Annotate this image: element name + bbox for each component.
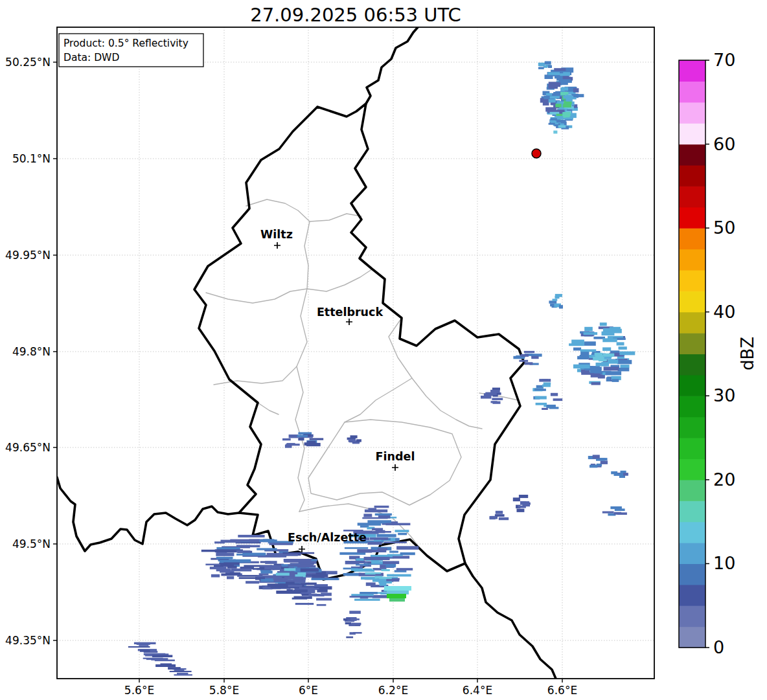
radar-echo-streak <box>288 585 302 587</box>
radar-echo-streak <box>491 401 498 403</box>
radar-echo-streak <box>286 444 299 446</box>
colorbar-segment <box>679 186 705 207</box>
x-tick-label: 6.2°E <box>378 684 408 697</box>
city-marker-icon <box>274 242 280 249</box>
radar-echo-streak <box>294 596 312 599</box>
radar-echo-streak <box>357 549 372 553</box>
colorbar-axis-label: dBZ <box>738 337 757 370</box>
radar-echo-streak <box>310 438 324 440</box>
radar-echo-streak <box>395 530 409 532</box>
y-tick-label: 50.1°N <box>12 152 51 165</box>
radar-echo-streak <box>233 559 251 563</box>
radar-echo-streak <box>490 516 496 519</box>
radar-echo-streak <box>134 642 156 644</box>
radar-echo-streak <box>590 369 601 373</box>
radar-echo-streak <box>375 514 392 516</box>
colorbar-segment <box>679 501 705 522</box>
radar-echo-streak <box>271 555 281 558</box>
city-label: Esch/Alzette <box>288 531 367 544</box>
regional-border <box>389 318 482 429</box>
radar-echo-streak <box>345 547 368 549</box>
radar-echo-streak <box>519 360 528 362</box>
radar-echo-streak <box>356 564 369 566</box>
colorbar-tick-label: 50 <box>713 218 735 238</box>
radar-echo-streak <box>590 465 597 468</box>
x-axis-labels: 5.6°E5.8°E6°E6.2°E6.4°E6.6°E <box>124 684 577 697</box>
radar-echo-streak <box>563 104 571 107</box>
colorbar-segment <box>679 333 705 354</box>
radar-echo-streak <box>349 611 361 614</box>
radar-echo-streak <box>608 359 619 364</box>
radar-echo-streak <box>595 353 603 356</box>
radar-echo-streak <box>227 576 234 580</box>
radar-echo-streak <box>312 574 328 578</box>
colorbar-segment <box>679 312 705 333</box>
radar-echo-streak <box>227 565 237 568</box>
regional-border <box>345 378 412 422</box>
radar-echo-streak <box>573 88 579 93</box>
radar-echo-streak <box>519 495 528 498</box>
colorbar-segment <box>679 543 705 564</box>
radar-echo-streak <box>385 564 395 567</box>
colorbar-tick-label: 60 <box>713 134 735 154</box>
radar-echo-streak <box>496 511 503 514</box>
radar-echo-streak <box>238 535 264 537</box>
radar-echo-streak <box>513 497 520 501</box>
radar-echo-streak <box>365 510 387 513</box>
radar-echo-streak <box>264 567 280 570</box>
radar-echo-streak <box>231 569 251 572</box>
radar-echo-streak <box>611 471 617 475</box>
radar-echo-streak <box>400 552 415 555</box>
radar-echo-streak <box>367 542 382 545</box>
radar-map-figure: 27.09.2025 06:53 UTC WiltzEttelbruckFind… <box>0 0 767 700</box>
regional-border <box>246 199 361 221</box>
radar-echo-streak <box>604 367 619 370</box>
radar-echo-streak <box>566 97 573 102</box>
radar-echo-streak <box>562 87 568 91</box>
country-border <box>465 563 556 679</box>
colorbar-segment <box>679 480 705 501</box>
radar-echo-streak <box>387 594 406 598</box>
radar-echo-streak <box>549 300 556 304</box>
radar-echo-streak <box>544 66 547 68</box>
radar-echo-streak <box>535 396 547 400</box>
radar-echo-streak <box>276 573 290 576</box>
radar-echo-streak <box>602 347 611 351</box>
radar-echo-streak <box>614 512 622 515</box>
radar-echo-streak <box>559 305 563 309</box>
radar-echo-streak <box>140 649 150 652</box>
radar-echo-streak <box>602 332 615 335</box>
radar-echo-streak <box>549 123 555 125</box>
radar-echo-streak <box>221 540 241 543</box>
radar-echo-streak <box>313 594 324 596</box>
radar-echo-streak <box>168 667 181 670</box>
colorbar-segment <box>679 249 705 271</box>
radar-echo-streak <box>395 570 407 572</box>
radar-echo-streak <box>371 561 379 563</box>
radar-echo-streak <box>353 632 362 634</box>
radar-echo-streak <box>289 435 299 438</box>
radar-echo-streak <box>360 592 378 594</box>
regional-border <box>258 403 279 414</box>
radar-echo-streak <box>349 439 356 442</box>
radar-echo-streak <box>350 561 365 563</box>
radar-echo-streak <box>551 393 558 396</box>
radar-echo-streak <box>205 564 220 566</box>
colorbar-segment <box>679 563 705 585</box>
radar-echo-streak <box>151 659 166 660</box>
radar-echo-streak <box>389 551 398 553</box>
radar-echo-streak <box>246 581 259 583</box>
y-tick-label: 50.25°N <box>5 56 51 69</box>
radar-echo-streak <box>358 523 381 525</box>
radar-echo-streak <box>377 534 396 537</box>
radar-echo-streak <box>584 332 598 335</box>
radar-echo-streak <box>380 577 392 579</box>
radar-echo-streak <box>293 589 308 592</box>
radar-echo-streak <box>370 537 389 540</box>
radar-echo-streak <box>374 506 389 508</box>
radar-echo-streak <box>481 396 491 399</box>
radar-echo-streak <box>223 562 240 565</box>
radar-echo-streak <box>211 574 220 578</box>
radar-echo-streak <box>591 382 601 385</box>
country-borders <box>57 27 556 679</box>
